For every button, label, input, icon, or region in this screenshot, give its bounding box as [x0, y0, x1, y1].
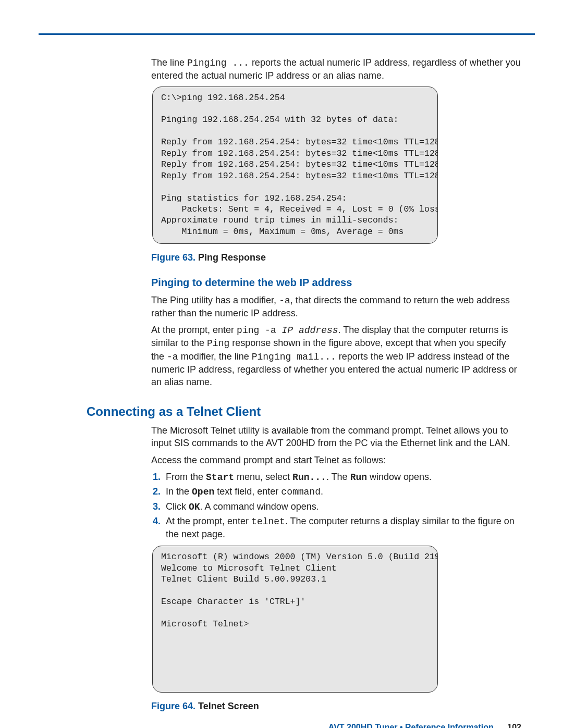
figure-64-caption: Figure 64. Telnet Screen [151, 700, 521, 712]
ping-output-box: C:\>ping 192.168.254.254 Pinging 192.168… [152, 87, 438, 244]
heading-telnet-client: Connecting as a Telnet Client [87, 403, 521, 420]
inline-code: command [281, 487, 321, 497]
body-content: The line Pinging ... reports the actual … [151, 56, 521, 712]
text: menu, select [234, 472, 292, 482]
ui-label: Open [192, 487, 214, 497]
step-3: Click OK. A command window opens. [166, 500, 521, 513]
paragraph: The Microsoft Telnet utility is availabl… [151, 424, 521, 450]
subheading-pinging-web-ip: Pinging to determine the web IP address [151, 276, 521, 290]
text: At the prompt, enter [151, 325, 237, 335]
top-rule [39, 33, 535, 35]
figure-label: Figure 64. [151, 701, 198, 711]
text: Click [166, 501, 189, 512]
page: The line Pinging ... reports the actual … [0, 0, 563, 728]
ui-label: OK [189, 502, 200, 512]
paragraph: At the prompt, enter ping -a IP address.… [151, 324, 521, 388]
ui-label: Start [206, 472, 234, 483]
telnet-output-box: Microsoft (R) windows 2000 (TM) Version … [152, 546, 438, 692]
text: modifier, the line [178, 351, 252, 362]
figure-title: Telnet Screen [198, 701, 259, 711]
inline-code: Pinging ... [187, 58, 249, 68]
inline-code: -a [279, 295, 290, 306]
steps-list: From the Start menu, select Run.... The … [151, 471, 521, 540]
text: . A command window opens. [200, 501, 319, 512]
figure-63-caption: Figure 63. Ping Response [151, 251, 521, 264]
ui-label: Run... [292, 472, 326, 483]
step-4: At the prompt, enter telnet. The compute… [166, 515, 521, 541]
text: In the [166, 486, 192, 497]
text: From the [166, 472, 206, 482]
inline-code: telnet [251, 516, 285, 527]
text: The line [151, 57, 187, 68]
paragraph: Access the command prompt and start Teln… [151, 454, 521, 466]
figure-label: Figure 63. [151, 252, 198, 263]
paragraph: The Ping utility has a modifier, -a, tha… [151, 294, 521, 320]
step-1: From the Start menu, select Run.... The … [166, 471, 521, 484]
inline-code: Ping [207, 338, 229, 349]
inline-code: Pinging mail... [252, 352, 336, 362]
text: At the prompt, enter [166, 516, 251, 526]
text: window opens. [367, 472, 432, 482]
figure-title: Ping Response [198, 252, 266, 263]
footer-title: AVT 200HD Tuner • Reference Information [328, 723, 494, 728]
intro-paragraph: The line Pinging ... reports the actual … [151, 56, 521, 82]
inline-code: ping -a [237, 325, 282, 336]
text: text field, enter [214, 486, 281, 497]
text: . The [326, 472, 350, 482]
page-footer: AVT 200HD Tuner • Reference Information … [328, 722, 521, 728]
step-2: In the Open text field, enter command. [166, 485, 521, 498]
text: . [321, 486, 323, 497]
text: The Ping utility has a modifier, [151, 295, 279, 305]
ui-label: Run [350, 472, 367, 483]
inline-code-italic: IP address [282, 325, 338, 336]
page-number: 102 [507, 723, 521, 728]
inline-code: -a [167, 352, 178, 362]
